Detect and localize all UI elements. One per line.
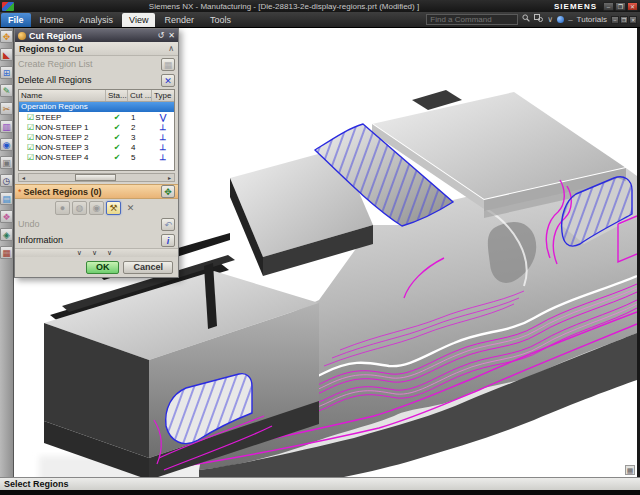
tool-icon-8[interactable]: ▣: [0, 156, 13, 169]
information-icon[interactable]: i: [161, 234, 175, 247]
doc-minimize-button[interactable]: –: [611, 16, 619, 24]
application-window: Siemens NX - Manufacturing - [Die-28813-…: [0, 0, 640, 495]
minimize-button[interactable]: –: [603, 2, 614, 11]
status-check-icon: ✔: [106, 123, 128, 132]
create-region-list-button[interactable]: ▦: [161, 58, 175, 71]
left-toolbar: ✥ ◣ ⊞ ✎ ✂ ▥ ◉ ▣ ◷ ▤ ❖ ◈ ▦: [0, 28, 14, 477]
tool-icon-2[interactable]: ◣: [0, 48, 13, 61]
type-nonsteep-icon: ⊥: [152, 153, 174, 162]
menu-view[interactable]: View: [122, 13, 155, 27]
dialog-reset-icon[interactable]: ↺: [158, 31, 165, 40]
region-name: NON-STEEP 3: [35, 143, 88, 152]
status-check-icon: ✔: [106, 113, 128, 122]
cancel-button[interactable]: Cancel: [123, 261, 173, 274]
region-tool-icon-2[interactable]: ◍: [72, 201, 87, 215]
dialog-gear-icon: [18, 32, 26, 40]
scrollbar-thumb[interactable]: [75, 174, 116, 181]
tool-icon-5[interactable]: ✂: [0, 102, 13, 115]
select-regions-icon[interactable]: ✥: [161, 185, 175, 198]
tutorials-link[interactable]: Tutorials: [577, 15, 607, 24]
menu-file[interactable]: File: [1, 13, 31, 27]
tool-icon-12[interactable]: ◈: [0, 228, 13, 241]
tool-icon-9[interactable]: ◷: [0, 174, 13, 187]
help-sphere-icon[interactable]: [557, 16, 564, 23]
chevron-down-icon[interactable]: ∨: [547, 15, 553, 25]
window-title: Siemens NX - Manufacturing - [Die-28813-…: [14, 2, 554, 11]
table-row[interactable]: ☑STEEP ✔ 1 ⋁: [19, 112, 174, 122]
undo-label: Undo: [18, 219, 161, 229]
clear-selection-icon[interactable]: ✕: [123, 201, 138, 215]
tool-icon-4[interactable]: ✎: [0, 84, 13, 97]
tool-icon-1[interactable]: ✥: [0, 30, 13, 43]
selection-tools-strip: ● ◍ ◉ ⚒ ✕: [15, 199, 178, 216]
region-name: NON-STEEP 4: [35, 153, 88, 162]
selection-filter-icon[interactable]: [534, 14, 543, 25]
delete-all-regions-button[interactable]: ✕: [161, 74, 175, 87]
scroll-right-icon[interactable]: ▸: [165, 174, 174, 181]
col-header-name[interactable]: Name: [19, 90, 106, 101]
table-row[interactable]: ☑NON-STEEP 1 ✔ 2 ⊥: [19, 122, 174, 132]
region-tool-icon-3[interactable]: ◉: [89, 201, 104, 215]
status-bar: Select Regions: [0, 477, 640, 490]
scroll-left-icon[interactable]: ◂: [19, 174, 28, 181]
dialog-title: Cut Regions: [29, 31, 154, 41]
undo-icon[interactable]: ↶: [161, 218, 175, 231]
dialog-close-icon[interactable]: ✕: [168, 31, 175, 40]
group-row-operation-regions[interactable]: Operation Regions: [19, 102, 174, 112]
doc-close-button[interactable]: ✕: [629, 16, 637, 24]
type-nonsteep-icon: ⊥: [152, 143, 174, 152]
tool-icon-6[interactable]: ▥: [0, 120, 13, 133]
tool-icon-7[interactable]: ◉: [0, 138, 13, 151]
table-horizontal-scrollbar[interactable]: ◂ ▸: [18, 173, 175, 182]
required-star: *: [18, 187, 22, 197]
table-row[interactable]: ☑NON-STEEP 2 ✔ 3 ⊥: [19, 132, 174, 142]
col-header-status[interactable]: Sta...: [106, 90, 128, 101]
menu-tools[interactable]: Tools: [203, 13, 238, 27]
regions-to-cut-header[interactable]: Regions to Cut ∧: [15, 42, 178, 56]
close-button[interactable]: ✕: [627, 2, 638, 11]
group-row-label: Operation Regions: [19, 102, 90, 112]
information-label: Information: [18, 235, 161, 245]
row-checkbox[interactable]: ☑: [27, 133, 34, 142]
cut-order: 5: [128, 153, 152, 162]
type-nonsteep-icon: ⊥: [152, 123, 174, 132]
tool-icon-10[interactable]: ▤: [0, 192, 13, 205]
row-checkbox[interactable]: ☑: [27, 153, 34, 162]
tool-icon-11[interactable]: ❖: [0, 210, 13, 223]
viewport-corner-icon[interactable]: ▦: [625, 465, 635, 475]
doc-restore-button[interactable]: ❐: [620, 16, 628, 24]
collapse-chevron-icon[interactable]: ∧: [168, 44, 174, 53]
menu-home[interactable]: Home: [33, 13, 71, 27]
tool-icon-13[interactable]: ▦: [0, 246, 13, 259]
wrench-tool-icon[interactable]: ⚒: [106, 201, 121, 215]
col-header-cut[interactable]: Cut ...: [128, 90, 152, 101]
cut-order: 1: [128, 113, 152, 122]
select-regions-bar[interactable]: * Select Regions (0) ✥: [15, 184, 178, 199]
status-check-icon: ✔: [106, 133, 128, 142]
row-checkbox[interactable]: ☑: [27, 143, 34, 152]
region-name: NON-STEEP 1: [35, 123, 88, 132]
region-name: NON-STEEP 2: [35, 133, 88, 142]
cut-order: 4: [128, 143, 152, 152]
table-row[interactable]: ☑NON-STEEP 4 ✔ 5 ⊥: [19, 152, 174, 162]
col-header-type[interactable]: Type: [152, 90, 174, 101]
region-tool-icon-1[interactable]: ●: [55, 201, 70, 215]
siemens-brand: SIEMENS: [554, 2, 597, 11]
menu-analysis[interactable]: Analysis: [73, 13, 121, 27]
ok-button[interactable]: OK: [86, 261, 120, 274]
tool-icon-3[interactable]: ⊞: [0, 66, 13, 79]
row-checkbox[interactable]: ☑: [27, 113, 34, 122]
find-command-input[interactable]: [426, 14, 518, 25]
restore-button[interactable]: ❐: [615, 2, 626, 11]
create-region-list-label: Create Region List: [18, 59, 161, 69]
table-row[interactable]: ☑NON-STEEP 3 ✔ 4 ⊥: [19, 142, 174, 152]
search-icon[interactable]: [522, 14, 530, 25]
window-titlebar: Siemens NX - Manufacturing - [Die-28813-…: [0, 0, 640, 12]
dialog-collapse-dots[interactable]: ∨ ∨ ∨: [15, 248, 178, 257]
menubar: File Home Analysis View Render Tools ∨ –…: [0, 12, 640, 28]
dialog-titlebar[interactable]: Cut Regions ↺ ✕: [15, 29, 178, 42]
dialog-footer: OK Cancel: [15, 257, 178, 277]
menu-render[interactable]: Render: [157, 13, 201, 27]
row-checkbox[interactable]: ☑: [27, 123, 34, 132]
delete-all-regions-label: Delete All Regions: [18, 75, 161, 85]
